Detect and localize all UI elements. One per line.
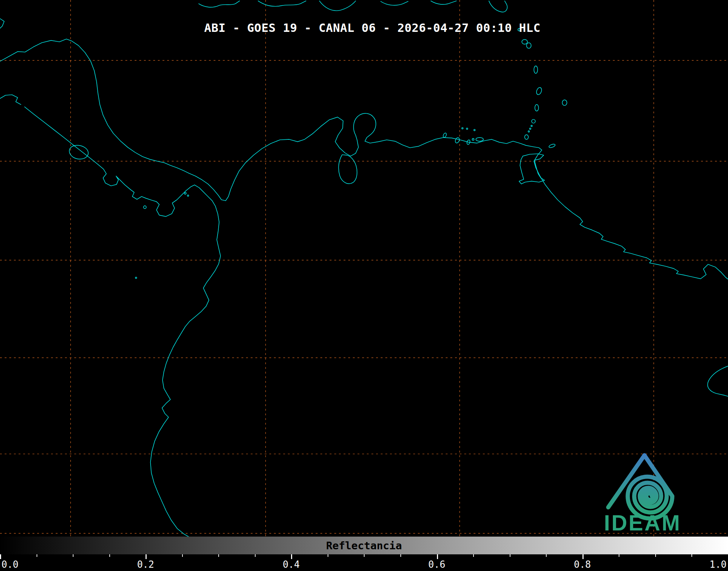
colorbar-label: Reflectancia <box>326 539 402 552</box>
venezuelan-islands <box>442 127 483 145</box>
coast-fragment-top-3 <box>319 1 355 11</box>
tick-label-0.0: 0.0 <box>1 559 18 570</box>
coastline-fonseca-fragment <box>0 95 21 105</box>
coast-fragment-top-left <box>0 18 4 28</box>
colorbar: Reflectancia <box>0 537 728 554</box>
coast-fragment-top-1 <box>199 1 240 7</box>
coast-fragment-top-6 <box>489 1 507 12</box>
coast-fragment-top-5 <box>431 1 456 5</box>
goes-satellite-image: IDEAM ABI - GOES 19 - CANAL 06 - 2026-04… <box>0 0 728 571</box>
graticule-grid <box>0 0 728 537</box>
coastlines <box>0 1 728 537</box>
colorbar-tick-marks <box>0 554 728 559</box>
tick-label-0.2: 0.2 <box>137 559 154 570</box>
coastline-caribbean-south-america <box>0 39 728 279</box>
pacific-islands <box>135 192 189 278</box>
tick-label-0.8: 0.8 <box>574 559 591 570</box>
ideam-logo-mountain-spiral <box>628 455 672 518</box>
lake-nicaragua <box>69 145 88 159</box>
map-area: IDEAM ABI - GOES 19 - CANAL 06 - 2026-04… <box>0 0 728 537</box>
tick-label-0.6: 0.6 <box>428 559 445 570</box>
image-title: ABI - GOES 19 - CANAL 06 - 2026-04-27 00… <box>17 21 728 35</box>
map-canvas: IDEAM <box>0 0 728 537</box>
tick-label-0.4: 0.4 <box>283 559 300 570</box>
colorbar-tick-labels: 0.0 0.2 0.4 0.6 0.8 1.0 <box>0 559 728 571</box>
coast-fragment-top-2 <box>258 1 306 7</box>
coastline-pacific-central-south-america <box>25 107 220 537</box>
major-ticks <box>0 554 728 559</box>
lake-maracaibo <box>338 155 357 184</box>
ideam-logo: IDEAM <box>604 455 681 535</box>
coast-fragment-right-edge <box>708 366 728 396</box>
ideam-logo-text: IDEAM <box>604 511 681 535</box>
tick-label-1.0: 1.0 <box>710 559 727 570</box>
coast-fragment-top-4 <box>381 1 408 5</box>
island-trinidad <box>519 154 545 184</box>
antilles-islands <box>518 29 567 148</box>
